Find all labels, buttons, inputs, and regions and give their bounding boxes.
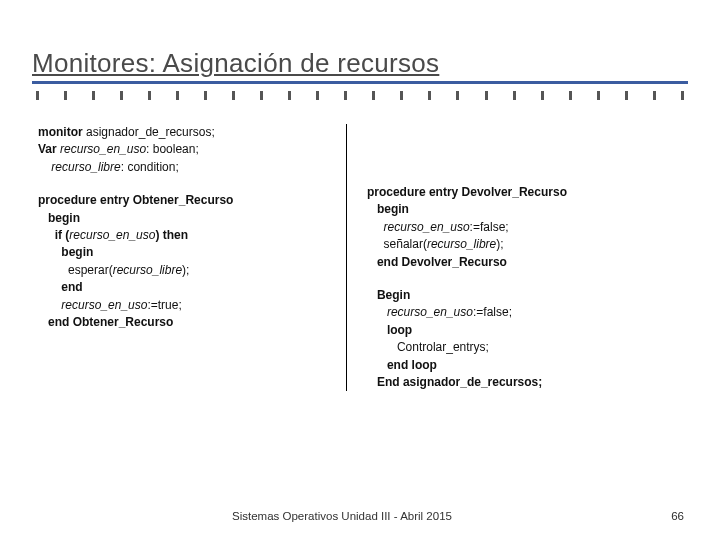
slide-title: Monitores: Asignación de recursos: [32, 48, 688, 79]
page-number: 66: [644, 510, 684, 522]
footer-center-text: Sistemas Operativos Unidad III - Abril 2…: [40, 510, 644, 522]
code-block-main: Begin recurso_en_uso:=false; loop Contro…: [367, 287, 688, 391]
code-block-devolver: procedure entry Devolver_Recurso begin r…: [367, 184, 688, 271]
dash-separator: [32, 90, 688, 100]
slide: Monitores: Asignación de recursos monito…: [0, 0, 720, 540]
code-right-column: procedure entry Devolver_Recurso begin r…: [347, 124, 688, 391]
slide-footer: Sistemas Operativos Unidad III - Abril 2…: [0, 510, 720, 522]
title-underline: Monitores: Asignación de recursos: [32, 48, 688, 84]
code-content: monitor asignador_de_recursos; Var recur…: [32, 124, 688, 391]
code-left-column: monitor asignador_de_recursos; Var recur…: [32, 124, 347, 391]
code-block-left: monitor asignador_de_recursos; Var recur…: [38, 124, 328, 176]
code-block-obtener: procedure entry Obtener_Recurso begin if…: [38, 192, 328, 331]
